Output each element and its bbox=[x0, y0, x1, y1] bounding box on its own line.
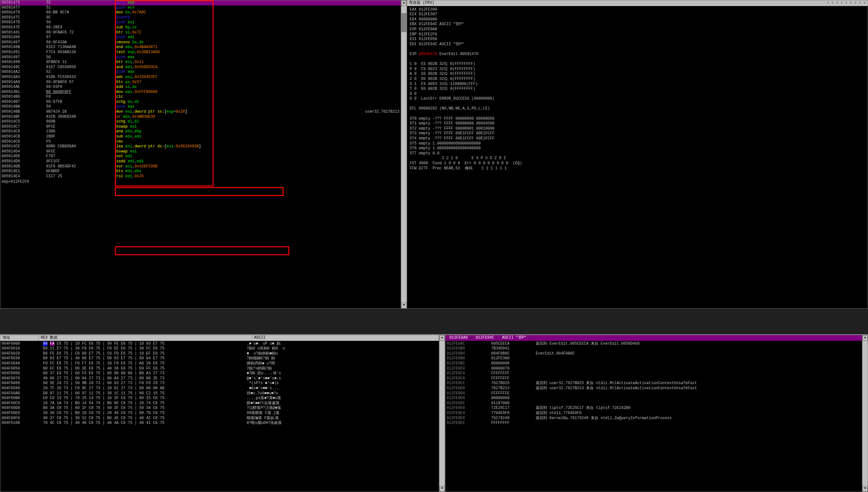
hex-row[interactable]: 004F609020 7F 26 73 | F0 9C 27 73 | 10 0… bbox=[2, 386, 438, 391]
disasm-scrollbar[interactable]: ▲ ▼ bbox=[401, 0, 407, 309]
hex-row[interactable]: 004F60E030 36 C8 75 | B0 1D C8 75 | 20 4… bbox=[2, 411, 438, 416]
disasm-row[interactable]: 005914C70FCEbswap esi bbox=[0, 124, 401, 129]
stack-row[interactable]: 012FE0C000000070 bbox=[447, 366, 861, 371]
disasm-row[interactable]: 005914E4C1C7 25rol edi,0x25 bbox=[0, 174, 401, 179]
register-row[interactable]: EBX 012FE94C ASCII "营P" bbox=[410, 22, 865, 27]
stack-row[interactable]: 012FE0D800000000 bbox=[447, 396, 861, 401]
disasm-row[interactable]: 005914B6F8clc bbox=[0, 95, 401, 100]
disasm-row[interactable]: 0059149750push eax bbox=[0, 55, 401, 60]
scrollbar-thumb[interactable] bbox=[401, 13, 406, 32]
stack-row[interactable]: 012FE0E072E25C17返回到 tiptsf.72E25C17 来自 t… bbox=[447, 406, 861, 411]
hex-header-addr[interactable]: 地址 bbox=[1, 336, 39, 341]
flag-row[interactable]: C 0 ES 002B 32位 0(FFFFFFFF) bbox=[410, 62, 865, 67]
hex-row[interactable]: 004F610070 4C C8 75 | 40 40 C8 75 | 40 4… bbox=[2, 421, 438, 426]
hex-row[interactable]: 004F60B0E0 C0 15 75 | 70 25 14 75 | 10 3… bbox=[2, 396, 438, 401]
stack-row[interactable]: 012FE0E47784E8F6返回到 ntdll.7784E8F6 bbox=[447, 411, 861, 416]
disasm-row[interactable]: 005914CDF5cmc bbox=[0, 140, 401, 145]
flag-row[interactable]: T 0 GS 002B 32位 0(FFFFFFFF) bbox=[410, 87, 865, 92]
disasm-row[interactable]: 00591491F7C4 863AB130test esp,0x30B13A86 bbox=[0, 50, 401, 55]
scroll-up-icon[interactable]: ▲ bbox=[863, 335, 868, 341]
fpu-row[interactable]: ST6 empty 1.0000000000000000000 bbox=[410, 146, 865, 151]
stack-row[interactable]: 012FE0D4FFFFFFFE bbox=[447, 391, 861, 396]
flag-row[interactable]: Z 0 DS 002B 32位 0(FFFFFFFF) bbox=[410, 77, 865, 82]
register-row[interactable]: ESI 012FE950 bbox=[410, 37, 865, 42]
disasm-row[interactable]: 0059148766:0F41DAcmovno bx,dx bbox=[0, 40, 401, 45]
fpu-status-row[interactable]: FCW 027F Prec NEAR,53 掩码 1 1 1 1 1 1 bbox=[410, 166, 865, 171]
disasm-row[interactable]: 005914980FBAF6 11btr esi,0x11 bbox=[0, 60, 401, 65]
hex-row[interactable]: 004F60A0D0 97 11 75 | 00 97 11 75 | 30 1… bbox=[2, 391, 438, 396]
stack-row[interactable]: 012FE0C4FFFFFFFF bbox=[447, 371, 861, 376]
disasm-row[interactable]: 005914CE8DB6 C6B6D6A9lea esi,dword ptr d… bbox=[0, 144, 401, 149]
stack-row[interactable]: 012FE0E876179249返回到 KernelBa.76179249 来自… bbox=[447, 416, 861, 421]
hex-scrollbar[interactable]: ▲ ▼ bbox=[439, 335, 445, 492]
stack-row[interactable]: 012FE0B4004F8B8CEverEdit.004F8B8C bbox=[447, 351, 861, 356]
fpu-row[interactable]: ST7 empty 0.0 bbox=[410, 151, 865, 156]
disasm-row[interactable]: 0059149C81E7 CA530856and edi,0x560853CA bbox=[0, 65, 401, 70]
hex-row[interactable]: 004F60F040 37 C8 75 | 30 52 C8 75 | B0 4… bbox=[2, 416, 438, 421]
stack-row[interactable]: 012FE0AC005CEECA返回到 EverEdit.005CEECA 来自… bbox=[447, 342, 861, 347]
flag-row[interactable]: O 0 LastErr ERROR_SUCCESS (00000000) bbox=[410, 96, 865, 101]
disasm-row[interactable]: 0059147C9Cpushfd bbox=[0, 15, 401, 20]
stack-row[interactable]: 012FE0C8FFFFFFFF bbox=[447, 376, 861, 381]
eip-row[interactable]: EIP 00591476 EverEdit.00591476 bbox=[410, 52, 865, 57]
disasm-row[interactable]: 005914A252push edx bbox=[0, 70, 401, 75]
hex-row[interactable]: 004F606080 37 E8 75 | 60 F5 E6 75 | 00 0… bbox=[2, 371, 438, 376]
disasm-row[interactable]: 005914C923DDand ebx,ebp bbox=[0, 129, 401, 134]
hex-row[interactable]: 004F60C010 7A 1A 74 | B0 14 54 74 | B0 6… bbox=[2, 401, 438, 406]
fpu-row[interactable]: ST5 empty 1.0000000000000000000 bbox=[410, 141, 865, 146]
efl-row[interactable]: EFL 00000282 (NO,NB,NE,A,S,PO,L,LE) bbox=[410, 106, 865, 112]
stack-scrollbar[interactable]: ▲ ▼ bbox=[862, 335, 868, 492]
register-row[interactable]: EBP 012FE2F0 bbox=[410, 32, 865, 37]
hex-row[interactable]: 004F607040 06 27 73 | 60 04 27 73 | 80 A… bbox=[2, 376, 438, 381]
disassembly-pane[interactable]: 0059147655push ebp0059147751push ecx0059… bbox=[0, 0, 401, 309]
disasm-row[interactable]: 005914D80FC1FFxadd edi,edi bbox=[0, 159, 401, 164]
disasm-row[interactable]: 005914AE66:03F0add si,ax bbox=[0, 85, 401, 90]
scroll-up-icon[interactable]: ▲ bbox=[401, 0, 406, 6]
hex-dump-pane[interactable]: 地址 HEX 数据 ASCII 004F600000 FA E6 75 | 10… bbox=[0, 335, 439, 492]
disasm-row[interactable]: 005914CB2BDFsub ebx,edi bbox=[0, 134, 401, 140]
disasm-row[interactable]: 005914BB8B7424 28mov esi,dword ptr ss:[e… bbox=[0, 109, 401, 115]
disasm-row[interactable]: 005914E10FABDFbts edi,ebx bbox=[0, 169, 401, 174]
flag-row[interactable]: A 0 SS 002B 32位 0(FFFFFFFF) bbox=[410, 72, 865, 77]
fpu-row[interactable]: ST2 empty -??? FFFF 00000001 00010000 bbox=[410, 126, 865, 131]
disasm-row[interactable]: 005914D40FCEbswap esi bbox=[0, 149, 401, 154]
disasm-row[interactable]: 005914BF81CB 380EB34Bor ebx,0x4BB30E38 bbox=[0, 115, 401, 120]
flag-row[interactable]: P 0 CS 0023 32位 0(FFFFFFFF) bbox=[410, 67, 865, 72]
disasm-row[interactable]: 0059147866:BB 9C7Amov bx,0x7A9C bbox=[0, 10, 401, 15]
stack-row[interactable]: 012FE0B8012FE300 bbox=[447, 356, 861, 361]
disasm-row[interactable]: 0059147655push ebp bbox=[0, 0, 401, 5]
scroll-up-icon[interactable]: ▲ bbox=[440, 335, 445, 341]
fpu-row[interactable]: ST0 empty -??? FFFF 00000060 00600060 bbox=[410, 117, 865, 122]
register-row[interactable]: EAX 012FE300 bbox=[410, 7, 865, 13]
disasm-row[interactable]: 005914C586DBxchg bl,bl bbox=[0, 119, 401, 124]
hex-header-ascii[interactable]: ASCII bbox=[252, 336, 439, 341]
disasm-row[interactable]: 005914D6F7D7not edi bbox=[0, 154, 401, 159]
flag-row[interactable]: D 0 bbox=[410, 92, 865, 97]
fpu-row[interactable]: ST3 empty -??? FFFF 00E1FCFF 00E1FCFF bbox=[410, 131, 865, 136]
scroll-down-icon[interactable]: ▼ bbox=[863, 486, 868, 492]
disasm-row[interactable]: 005914DB81F6 9B53DF42xor esi,0x42DF539B bbox=[0, 164, 401, 169]
stack-row[interactable]: 012FE0BC00000000 bbox=[447, 361, 861, 366]
fpu-row[interactable]: ST1 empty -??? FFFF 00000000 00604500 bbox=[410, 121, 865, 126]
fpu-status-row[interactable]: 3 2 1 0 E S P U O Z D I bbox=[410, 156, 865, 161]
disasm-row[interactable]: 005914B1B8 0000F8FFmov eax,0xFFF80000 bbox=[0, 90, 401, 95]
disasm-row[interactable]: 005914B766:87FBxchg bx,di bbox=[0, 100, 401, 105]
register-row[interactable]: ESP 012FE0A8 bbox=[410, 27, 865, 32]
register-row[interactable]: EDX 00000000 bbox=[410, 17, 865, 22]
hex-row[interactable]: 004F60D0B8 3A C8 75 | 60 1F C8 75 | 50 3… bbox=[2, 406, 438, 411]
hex-row[interactable]: 004F6050B0 FC E6 75 | D0 3E E8 75 | 40 3… bbox=[2, 366, 438, 371]
hex-header-bytes[interactable]: HEX 数据 bbox=[39, 336, 252, 341]
register-row[interactable]: ECX 012FE307 bbox=[410, 12, 865, 17]
disasm-row[interactable]: 005914BA50push eax bbox=[0, 104, 401, 109]
fpu-row[interactable]: ST4 empty -??? FFFF 00E1FCFF 00E1FCFF bbox=[410, 136, 865, 141]
disasm-row[interactable]: 005914A966:0FBAF8 57btc ax,0x57 bbox=[0, 80, 401, 85]
flag-row[interactable]: S 1 FS 0053 32位 1199000(FFF) bbox=[410, 82, 865, 87]
hex-row[interactable]: 004F6030B0 03 E7 75 | 40 08 E7 75 | D0 0… bbox=[2, 356, 438, 361]
stack-row[interactable]: 012FE0CC7627B025返回到 user32.7627B025 来自 n… bbox=[447, 381, 861, 386]
disasm-row[interactable]: 0059147E66:2BE9sub bp,cx bbox=[0, 25, 401, 30]
registers-pane[interactable]: 寄存器 (FPU) ‹ ‹ ‹ ‹ ‹ ‹ ‹ ‹ › EAX 012FE300… bbox=[407, 0, 868, 309]
stack-row[interactable]: 012FE0ECFFFFFFFF bbox=[447, 421, 861, 426]
fpu-status-row[interactable]: FST 4000 Cond 1 0 0 0 Err 0 0 0 0 0 0 0 … bbox=[410, 161, 865, 166]
disasm-row[interactable]: 0059148166:0FBAF6 72btr si,0x72 bbox=[0, 30, 401, 35]
stack-row[interactable]: 012FE0B07B34D941 bbox=[447, 346, 861, 351]
